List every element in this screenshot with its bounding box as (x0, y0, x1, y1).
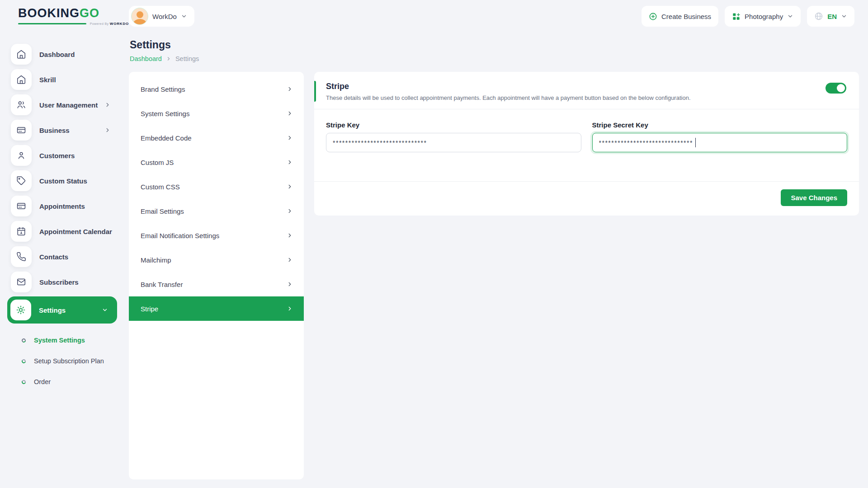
calendar-icon (11, 221, 32, 242)
workspace-name: WorkDo (152, 13, 177, 20)
stripe-enabled-toggle[interactable] (826, 83, 846, 94)
sidebar-item-appointments[interactable]: Appointments (7, 195, 117, 217)
bullet-icon (21, 379, 27, 385)
stripe-key-field-group: Stripe Key (326, 121, 581, 152)
settings-menu-bank-transfer[interactable]: Bank Transfer (129, 272, 304, 296)
submenu-item-setup-subscription-plan[interactable]: Setup Subscription Plan (22, 351, 129, 371)
bullet-icon (21, 358, 27, 364)
breadcrumb-current: Settings (175, 55, 199, 62)
stripe-key-label: Stripe Key (326, 121, 581, 129)
settings-menu-custom-css[interactable]: Custom CSS (129, 174, 304, 199)
chevron-right-icon (287, 208, 293, 214)
stripe-secret-key-input[interactable] (592, 133, 848, 152)
home-icon (11, 44, 32, 65)
bullet-icon (21, 338, 27, 343)
sidebar-item-skrill[interactable]: Skrill (7, 69, 117, 90)
language-code: EN (827, 13, 837, 20)
sidebar-item-custom-status[interactable]: Custom Status (7, 170, 117, 192)
settings-menu-card: Brand Settings System Settings Embedded … (129, 72, 304, 479)
chevron-right-icon (287, 281, 293, 287)
chevron-down-icon (102, 307, 108, 313)
main-content: Settings Dashboard Settings Brand Settin… (129, 33, 868, 488)
user-icon (11, 145, 32, 166)
submenu-item-system-settings[interactable]: System Settings (22, 330, 129, 351)
app-logo: BOOKINGGO Powered By WORKDO (18, 7, 129, 26)
sidebar-item-appointment-calendar[interactable]: Appointment Calendar (7, 221, 117, 242)
stripe-panel: Stripe These details will be used to col… (314, 72, 859, 216)
chevron-right-icon (287, 159, 293, 165)
business-selector-dropdown[interactable]: Photography (725, 6, 801, 27)
sidebar-item-dashboard[interactable]: Dashboard (7, 43, 117, 65)
plus-circle-icon (649, 12, 657, 21)
stripe-secret-key-label: Stripe Secret Key (592, 121, 848, 129)
sidebar-item-business[interactable]: Business (7, 119, 117, 141)
chevron-right-icon (287, 86, 293, 92)
chevron-right-icon (287, 232, 293, 239)
language-dropdown[interactable]: EN (807, 6, 854, 27)
stripe-panel-description: These details will be used to collect ap… (326, 94, 847, 101)
chevron-right-icon (166, 56, 171, 61)
chevron-right-icon (287, 135, 293, 141)
chevron-down-icon (841, 13, 847, 19)
page-title: Settings (130, 39, 859, 51)
stripe-panel-body: Stripe Key Stripe Secret Key (314, 109, 859, 181)
chevron-right-icon (287, 110, 293, 117)
breadcrumb-dashboard-link[interactable]: Dashboard (130, 55, 162, 62)
stripe-secret-key-field-group: Stripe Secret Key (592, 121, 848, 152)
toggle-knob (837, 84, 845, 92)
tag-icon (11, 170, 32, 191)
text-cursor (695, 138, 696, 147)
sidebar-item-user-management[interactable]: User Management (7, 94, 117, 116)
avatar (131, 8, 148, 25)
chevron-down-icon (181, 13, 187, 19)
stripe-panel-header: Stripe These details will be used to col… (314, 72, 859, 109)
top-bar: BOOKINGGO Powered By WORKDO WorkDo Creat… (0, 0, 868, 33)
settings-menu-system-settings[interactable]: System Settings (129, 101, 304, 126)
sidebar: Dashboard Skrill User Management Busines… (0, 33, 129, 488)
chevron-right-icon (104, 127, 111, 133)
settings-menu-mailchimp[interactable]: Mailchimp (129, 248, 304, 272)
create-business-button[interactable]: Create Business (642, 6, 718, 27)
home-icon (11, 69, 32, 90)
credit-card-icon (11, 196, 32, 216)
sidebar-item-contacts[interactable]: Contacts (7, 246, 117, 267)
accent-bar (314, 81, 316, 102)
submenu-item-order[interactable]: Order (22, 371, 129, 392)
phone-icon (11, 246, 32, 267)
chevron-down-icon (787, 13, 793, 19)
settings-menu-email-notification-settings[interactable]: Email Notification Settings (129, 223, 304, 248)
chevron-right-icon (287, 257, 293, 263)
logo-underline (18, 23, 86, 24)
save-changes-button[interactable]: Save Changes (781, 189, 847, 206)
gear-icon (10, 300, 31, 320)
chevron-right-icon (104, 102, 111, 108)
grid-plus-icon (732, 12, 741, 21)
settings-menu-stripe[interactable]: Stripe (129, 296, 304, 321)
chevron-right-icon (287, 305, 293, 312)
sidebar-item-subscribers[interactable]: Subscribers (7, 271, 117, 293)
settings-menu-email-settings[interactable]: Email Settings (129, 199, 304, 223)
workspace-dropdown[interactable]: WorkDo (129, 6, 194, 27)
globe-icon (814, 12, 823, 21)
users-icon (11, 94, 32, 115)
stripe-panel-title: Stripe (326, 82, 847, 91)
logo-text: BOOKINGGO (18, 7, 129, 19)
sidebar-item-customers[interactable]: Customers (7, 145, 117, 166)
chevron-right-icon (287, 183, 293, 190)
sidebar-item-settings[interactable]: Settings (7, 296, 117, 324)
settings-menu-brand-settings[interactable]: Brand Settings (129, 77, 304, 101)
mail-icon (11, 272, 32, 292)
stripe-panel-footer: Save Changes (314, 181, 859, 216)
settings-menu-custom-js[interactable]: Custom JS (129, 150, 304, 174)
credit-card-icon (11, 120, 32, 141)
settings-submenu: System Settings Setup Subscription Plan … (0, 326, 129, 392)
breadcrumb: Dashboard Settings (130, 55, 859, 62)
settings-menu-embedded-code[interactable]: Embedded Code (129, 126, 304, 150)
stripe-key-input[interactable] (326, 133, 581, 152)
